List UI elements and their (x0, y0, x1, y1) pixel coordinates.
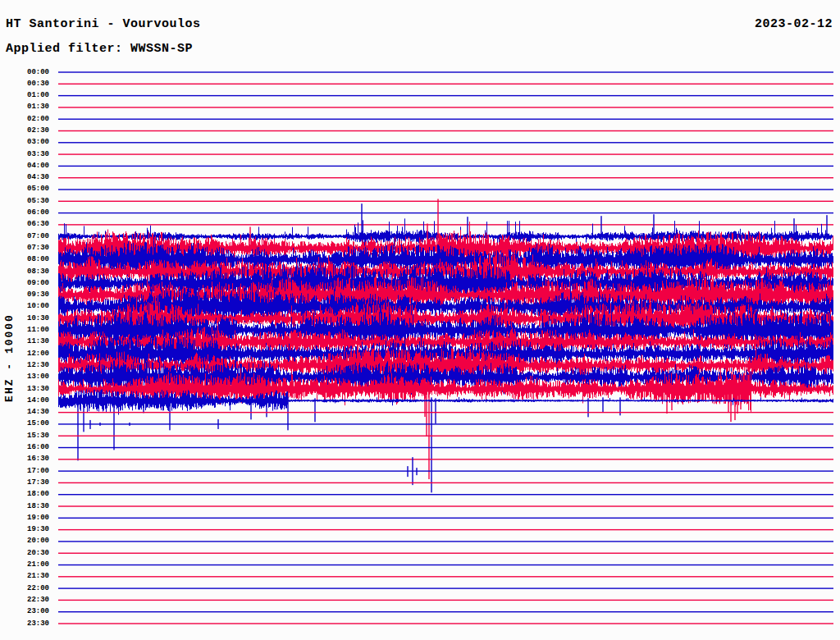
helicorder-page: HT Santorini - Vourvoulos 2023-02-12 App… (0, 0, 840, 640)
seismogram-traces (0, 0, 840, 640)
